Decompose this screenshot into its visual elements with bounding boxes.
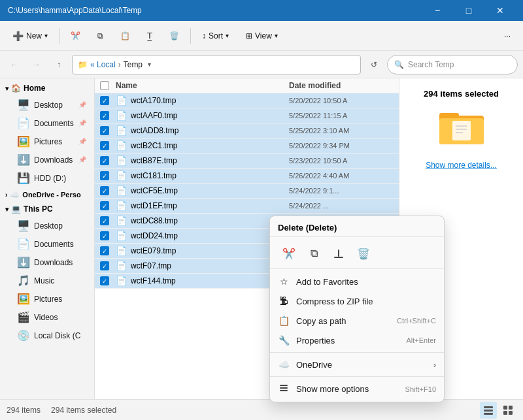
sidebar-item-desktop[interactable]: 🖥️ Desktop bbox=[3, 96, 92, 114]
file-date: 5/20/2022 10:50 A bbox=[289, 97, 394, 105]
file-checkbox[interactable]: ✓ bbox=[100, 186, 116, 195]
breadcrumb[interactable]: 📁 « Local › Temp ▾ bbox=[72, 55, 361, 74]
file-checkbox[interactable]: ✓ bbox=[100, 171, 116, 180]
close-button[interactable]: ✕ bbox=[485, 0, 515, 21]
refresh-button[interactable]: ↺ bbox=[365, 56, 383, 74]
ctx-copy-path[interactable]: 📋 Copy as path Ctrl+Shift+C bbox=[270, 311, 444, 331]
up-button[interactable]: ↑ bbox=[50, 56, 68, 74]
title-path: C:\Users\hamma\AppData\Local\Temp bbox=[8, 6, 422, 15]
back-button[interactable]: ← bbox=[5, 56, 24, 74]
check-icon: ✓ bbox=[100, 111, 109, 120]
view-button[interactable]: ⊞ View ▾ bbox=[239, 27, 285, 45]
file-name: wctF144.tmp bbox=[131, 276, 289, 285]
ctx-properties[interactable]: 🔧 Properties Alt+Enter bbox=[270, 331, 444, 350]
forward-button[interactable]: → bbox=[27, 56, 46, 74]
file-checkbox[interactable]: ✓ bbox=[100, 246, 116, 255]
sidebar-home-group[interactable]: ▾ 🏠 Home bbox=[0, 81, 94, 95]
status-bar: 294 items 294 items selected bbox=[0, 399, 523, 420]
file-tmp-icon: 📄 bbox=[116, 95, 127, 106]
thispc-downloads-icon: ⬇️ bbox=[17, 256, 30, 268]
search-icon: 🔍 bbox=[394, 60, 404, 69]
ctx-delete-button[interactable]: 🗑️ bbox=[352, 242, 375, 265]
file-checkbox[interactable]: ✓ bbox=[100, 141, 116, 150]
file-name: wctDC88.tmp bbox=[131, 216, 289, 225]
show-more-details-link[interactable]: Show more details... bbox=[426, 161, 497, 170]
file-checkbox[interactable]: ✓ bbox=[100, 126, 116, 135]
sidebar-item-downloads[interactable]: ⬇️ Downloads bbox=[3, 151, 92, 169]
ctx-add-favorites[interactable]: ☆ Add to Favorites bbox=[270, 272, 444, 291]
sidebar-thispc-music[interactable]: 🎵 Music bbox=[3, 272, 92, 289]
cut-button[interactable]: ✂️ bbox=[63, 27, 88, 45]
list-view-button[interactable] bbox=[480, 402, 497, 419]
file-name: wctB2C1.tmp bbox=[131, 141, 289, 150]
file-date: 5/26/2022 4:40 AM bbox=[289, 172, 394, 180]
sort-chevron-icon: ▾ bbox=[226, 32, 229, 39]
breadcrumb-temp[interactable]: Temp bbox=[124, 60, 143, 69]
sidebar-thispc-desktop[interactable]: 🖥️ Desktop bbox=[3, 217, 92, 234]
file-checkbox[interactable]: ✓ bbox=[100, 156, 116, 165]
more-button[interactable]: ··· bbox=[497, 27, 518, 45]
new-button[interactable]: ➕ New ▾ bbox=[5, 26, 55, 46]
sidebar-thispc-localdisk[interactable]: 💿 Local Disk (C bbox=[3, 327, 92, 344]
more-options-icon bbox=[278, 383, 290, 395]
header-name[interactable]: Name bbox=[116, 81, 289, 90]
sidebar-item-hdd[interactable]: 💾 HDD (D:) bbox=[3, 169, 92, 187]
file-checkbox[interactable]: ✓ bbox=[100, 276, 116, 285]
delete-button[interactable]: 🗑️ bbox=[162, 27, 186, 45]
ctx-rename-button[interactable] bbox=[328, 242, 350, 265]
sidebar-thispc-pictures[interactable]: 🖼️ Pictures bbox=[3, 290, 92, 308]
search-bar[interactable]: 🔍 Search Temp bbox=[387, 55, 518, 74]
file-row[interactable]: ✓ 📄 wctB87E.tmp 5/23/2022 10:50 A bbox=[95, 153, 399, 169]
sidebar-item-documents[interactable]: 📄 Documents bbox=[3, 114, 92, 132]
ctx-onedrive[interactable]: ☁️ OneDrive › bbox=[270, 355, 444, 374]
file-row[interactable]: ✓ 📄 wctD1EF.tmp 5/24/2022 ... bbox=[95, 199, 399, 214]
breadcrumb-chevron-icon[interactable]: ▾ bbox=[148, 61, 151, 68]
rename-button[interactable]: T̲ bbox=[140, 26, 160, 45]
toolbar: ➕ New ▾ ✂️ ⧉ 📋 T̲ 🗑️ ↕ Sort ▾ ⊞ View ▾ ·… bbox=[0, 21, 523, 51]
file-row[interactable]: ✓ 📄 wctB2C1.tmp 5/20/2022 9:34 PM bbox=[95, 138, 399, 153]
header-checkbox[interactable] bbox=[100, 81, 116, 90]
file-row[interactable]: ✓ 📄 wctCF5E.tmp 5/24/2022 9:1... bbox=[95, 184, 399, 199]
file-checkbox[interactable]: ✓ bbox=[100, 201, 116, 210]
file-name: wctA170.tmp bbox=[131, 96, 289, 105]
breadcrumb-local[interactable]: « Local bbox=[90, 60, 116, 69]
file-checkbox[interactable]: ✓ bbox=[100, 111, 116, 120]
file-row[interactable]: ✓ 📄 wctAAF0.tmp 5/25/2022 11:15 A bbox=[95, 108, 399, 123]
sidebar-thispc-documents[interactable]: 📄 Documents bbox=[3, 235, 92, 253]
file-checkbox[interactable]: ✓ bbox=[100, 261, 116, 270]
compress-icon: 🗜 bbox=[278, 296, 290, 306]
file-checkbox[interactable]: ✓ bbox=[100, 216, 116, 225]
file-name: wctADD8.tmp bbox=[131, 126, 289, 135]
copy-button[interactable]: ⧉ bbox=[90, 27, 110, 45]
check-icon: ✓ bbox=[100, 171, 109, 180]
file-checkbox[interactable]: ✓ bbox=[100, 96, 116, 105]
sidebar-item-pictures[interactable]: 🖼️ Pictures bbox=[3, 133, 92, 150]
thispc-pictures-icon: 🖼️ bbox=[17, 293, 30, 305]
ctx-copy-button[interactable]: ⧉ bbox=[303, 242, 325, 265]
check-icon: ✓ bbox=[100, 186, 109, 195]
sidebar-thispc-downloads[interactable]: ⬇️ Downloads bbox=[3, 253, 92, 271]
grid-view-button[interactable] bbox=[499, 402, 516, 419]
file-tmp-icon: 📄 bbox=[116, 110, 127, 121]
sidebar-thispc-videos[interactable]: 🎬 Videos bbox=[3, 308, 92, 326]
header-date[interactable]: Date modified bbox=[289, 81, 394, 90]
ctx-compress-zip[interactable]: 🗜 Compress to ZIP file bbox=[270, 291, 444, 311]
maximize-button[interactable]: □ bbox=[454, 0, 484, 21]
music-icon: 🎵 bbox=[17, 274, 30, 287]
file-date: 5/25/2022 3:10 AM bbox=[289, 127, 394, 135]
paste-button[interactable]: 📋 bbox=[113, 27, 137, 45]
file-checkbox[interactable]: ✓ bbox=[100, 231, 116, 240]
sidebar-thispc-group[interactable]: ▾ 💻 This PC bbox=[0, 202, 94, 216]
file-row[interactable]: ✓ 📄 wctADD8.tmp 5/25/2022 3:10 AM bbox=[95, 123, 399, 138]
sidebar-onedrive-group[interactable]: › ☁️ OneDrive - Perso bbox=[0, 187, 94, 202]
minimize-button[interactable]: − bbox=[422, 0, 452, 21]
file-tmp-icon: 📄 bbox=[116, 186, 127, 196]
file-row[interactable]: ✓ 📄 wctA170.tmp 5/20/2022 10:50 A bbox=[95, 93, 399, 108]
sort-button[interactable]: ↕ Sort ▾ bbox=[195, 27, 236, 45]
ctx-show-more-options[interactable]: Show more options Shift+F10 bbox=[270, 379, 444, 399]
ctx-cut-button[interactable]: ✂️ bbox=[278, 242, 300, 265]
file-row[interactable]: ✓ 📄 wctC181.tmp 5/26/2022 4:40 AM bbox=[95, 169, 399, 184]
view-icon: ⊞ bbox=[246, 31, 252, 40]
main-layout: ▾ 🏠 Home 🖥️ Desktop 📄 Documents 🖼️ Pictu… bbox=[0, 78, 523, 399]
file-tmp-icon: 📄 bbox=[116, 170, 127, 181]
